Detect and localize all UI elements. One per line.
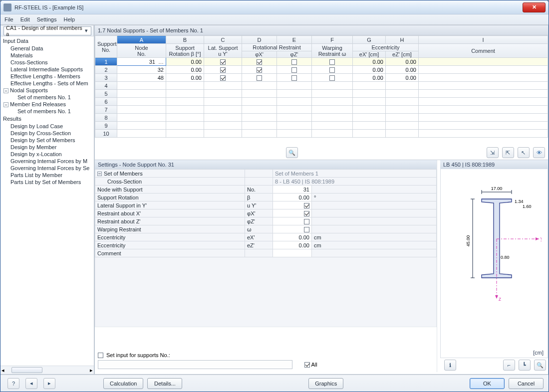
nav-mer-set1[interactable]: Set of members No. 1 — [1, 108, 94, 115]
table-row[interactable]: 2320.000.000.00 — [95, 66, 548, 74]
preview-unit: [cm] — [533, 350, 544, 356]
titlebar: RF-STEEL IS - [Example IS] ✕ — [0, 0, 549, 14]
table-row[interactable]: 131 …0.000.000.00 — [95, 58, 548, 66]
ez-value[interactable]: 0.00 — [273, 241, 312, 249]
window-title: RF-STEEL IS - [Example IS] — [13, 4, 523, 10]
table-row[interactable]: 9 — [95, 122, 548, 130]
minus-icon[interactable] — [97, 172, 102, 176]
col-F[interactable]: F — [312, 36, 353, 44]
nav-gifm[interactable]: Governing Internal Forces by M — [1, 158, 94, 165]
cross-section-drawing: 17.00 45.00 1.34 1.60 0.80 — [447, 184, 542, 304]
nav-nodal[interactable]: Nodal Supports — [1, 87, 94, 94]
col-C[interactable]: C — [204, 36, 242, 44]
close-button[interactable]: ✕ — [523, 2, 546, 12]
svg-text:z: z — [499, 296, 501, 302]
rotation-label: Support Rotation — [95, 194, 245, 201]
supports-grid[interactable]: SupportNo. A B C D E F G H I — [95, 35, 548, 146]
svg-text:0.80: 0.80 — [501, 255, 510, 260]
help-icon[interactable]: ? — [7, 378, 19, 389]
nav-cross-sections[interactable]: Cross-Sections — [1, 59, 94, 66]
scroll-thumb[interactable] — [11, 367, 42, 373]
table-row[interactable]: 5 — [95, 90, 548, 98]
export-icon[interactable]: ⇱ — [502, 147, 514, 158]
col-I[interactable]: I — [419, 36, 548, 44]
nav-group-input: Input Data — [1, 37, 94, 45]
cancel-button[interactable]: Cancel — [509, 378, 544, 389]
table-row[interactable]: 3480.000.000.00 — [95, 74, 548, 82]
svg-text:1.60: 1.60 — [523, 204, 532, 209]
col-B[interactable]: B — [166, 36, 204, 44]
graphics-button[interactable]: Graphics — [308, 378, 343, 389]
ok-button[interactable]: OK — [470, 378, 505, 389]
col-G[interactable]: G — [353, 36, 386, 44]
ex-value[interactable]: 0.00 — [273, 233, 312, 241]
col-rot: SupportRotation β [°] — [166, 44, 204, 58]
details-button[interactable]: Details... — [147, 378, 182, 389]
menu-edit[interactable]: Edit — [20, 16, 30, 22]
cross-section-value: 8 - LB 450 | IS 808:1989 — [273, 178, 437, 186]
col-H[interactable]: H — [386, 36, 419, 44]
node-value[interactable]: 31 — [273, 186, 312, 194]
menu-settings[interactable]: Settings — [37, 16, 57, 22]
rotation-value[interactable]: 0.00 — [273, 194, 312, 201]
table-row[interactable]: 10 — [95, 130, 548, 138]
nav-plsm[interactable]: Parts List by Set of Members — [1, 179, 94, 186]
nav-dlc[interactable]: Design by Load Case — [1, 123, 94, 130]
set-input-checkbox[interactable] — [98, 353, 103, 358]
nav-dcs[interactable]: Design by Cross-Section — [1, 130, 94, 137]
menu-file[interactable]: File — [4, 16, 13, 22]
nav-lateral[interactable]: Lateral Intermediate Supports — [1, 66, 94, 73]
nav-scrollbar[interactable]: ◂ ▸ — [0, 366, 94, 374]
nav-dm[interactable]: Design by Member — [1, 144, 94, 151]
collapse-icon[interactable] — [3, 102, 8, 107]
svg-text:45.00: 45.00 — [466, 235, 471, 247]
wr-check[interactable] — [273, 225, 312, 233]
col-A[interactable]: A — [117, 36, 166, 44]
comment-value[interactable] — [273, 249, 312, 257]
menu-help[interactable]: Help — [63, 16, 75, 22]
eye-icon[interactable]: 👁 — [533, 147, 545, 158]
pick-icon[interactable]: ↖ — [518, 147, 530, 158]
rz-check[interactable] — [273, 217, 312, 225]
scroll-left-icon[interactable]: ◂ — [1, 367, 4, 374]
nav-gifs[interactable]: Governing Internal Forces by Se — [1, 165, 94, 172]
col-D[interactable]: D — [242, 36, 277, 44]
nav-plm[interactable]: Parts List by Member — [1, 172, 94, 179]
nav-eff-sets[interactable]: Effective Lengths - Sets of Mem — [1, 80, 94, 87]
case-combo-value: CA1 - Design of steel members a — [6, 25, 83, 37]
settings-grid: Set of MembersSet of Members 1 Cross-Sec… — [95, 169, 437, 350]
svg-marker-12 — [536, 237, 539, 240]
nav-eff-members[interactable]: Effective Lengths - Members — [1, 73, 94, 80]
supports-no-input[interactable] — [98, 360, 292, 369]
collapse-icon[interactable] — [3, 88, 8, 93]
next-icon[interactable]: ▸ — [43, 378, 55, 389]
search-icon[interactable]: 🔍 — [286, 147, 298, 158]
table-row[interactable]: 4 — [95, 82, 548, 90]
nav-dxl[interactable]: Design by x-Location — [1, 151, 94, 158]
lat-check[interactable] — [273, 201, 312, 209]
rx-check[interactable] — [273, 209, 312, 217]
menu-bar: File Edit Settings Help — [0, 14, 549, 25]
import-icon[interactable]: ⇲ — [487, 147, 499, 158]
col-E[interactable]: E — [277, 36, 312, 44]
table-row[interactable]: 6 — [95, 98, 548, 106]
case-combo[interactable]: CA1 - Design of steel members a ▾ — [3, 26, 91, 35]
nav-general[interactable]: General Data — [1, 45, 94, 52]
nav-dsm[interactable]: Design by Set of Members — [1, 137, 94, 144]
info-icon[interactable]: ℹ — [444, 360, 456, 371]
nav-nodal-set1[interactable]: Set of members No. 1 — [1, 94, 94, 101]
prev-icon[interactable]: ◂ — [25, 378, 37, 389]
rz-label: Restraint about Z' — [95, 217, 245, 225]
table-row[interactable]: 8 — [95, 114, 548, 122]
section-tool-icon[interactable]: ⌐ — [503, 360, 515, 371]
nav-mer[interactable]: Member End Releases — [1, 101, 94, 108]
set-of-members-value: Set of Members 1 — [273, 170, 437, 178]
calculation-button[interactable]: Calculation — [103, 378, 143, 389]
table-row[interactable]: 7 — [95, 106, 548, 114]
axes-tool-icon[interactable]: ┗ — [519, 360, 531, 371]
nav-materials[interactable]: Materials — [1, 52, 94, 59]
scroll-right-icon[interactable]: ▸ — [90, 367, 93, 374]
all-checkbox[interactable] — [304, 362, 310, 368]
zoom-icon[interactable]: 🔍 — [534, 360, 546, 371]
svg-text:1.34: 1.34 — [515, 199, 524, 204]
